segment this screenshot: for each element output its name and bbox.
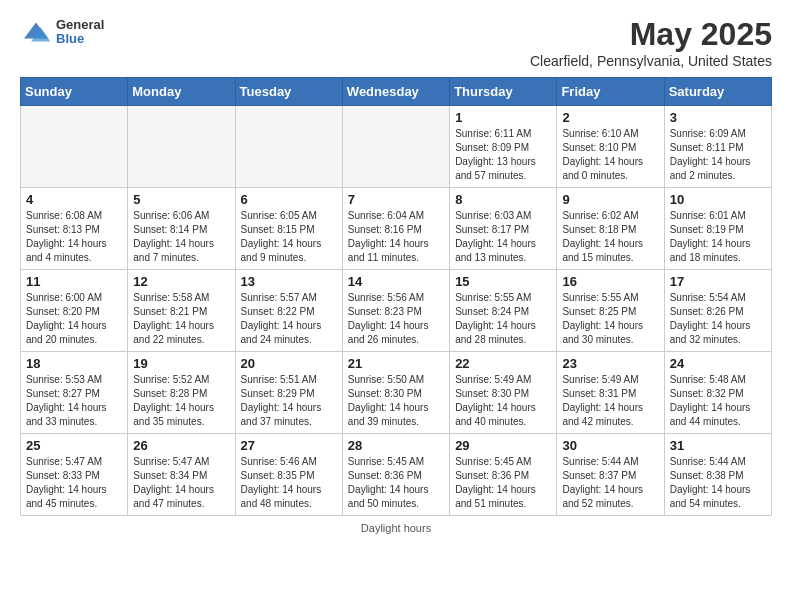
day-number: 11	[26, 274, 122, 289]
calendar-cell: 11Sunrise: 6:00 AMSunset: 8:20 PMDayligh…	[21, 270, 128, 352]
calendar-cell: 23Sunrise: 5:49 AMSunset: 8:31 PMDayligh…	[557, 352, 664, 434]
calendar-cell: 13Sunrise: 5:57 AMSunset: 8:22 PMDayligh…	[235, 270, 342, 352]
day-info: Sunrise: 5:45 AMSunset: 8:36 PMDaylight:…	[455, 455, 551, 511]
calendar-cell: 4Sunrise: 6:08 AMSunset: 8:13 PMDaylight…	[21, 188, 128, 270]
week-row-4: 25Sunrise: 5:47 AMSunset: 8:33 PMDayligh…	[21, 434, 772, 516]
day-number: 5	[133, 192, 229, 207]
day-number: 1	[455, 110, 551, 125]
calendar-cell: 22Sunrise: 5:49 AMSunset: 8:30 PMDayligh…	[450, 352, 557, 434]
weekday-saturday: Saturday	[664, 78, 771, 106]
logo: General Blue	[20, 16, 104, 48]
day-info: Sunrise: 6:10 AMSunset: 8:10 PMDaylight:…	[562, 127, 658, 183]
day-info: Sunrise: 5:56 AMSunset: 8:23 PMDaylight:…	[348, 291, 444, 347]
logo-blue: Blue	[56, 32, 104, 46]
calendar-cell: 1Sunrise: 6:11 AMSunset: 8:09 PMDaylight…	[450, 106, 557, 188]
day-info: Sunrise: 5:47 AMSunset: 8:34 PMDaylight:…	[133, 455, 229, 511]
day-number: 8	[455, 192, 551, 207]
day-number: 17	[670, 274, 766, 289]
day-info: Sunrise: 5:55 AMSunset: 8:24 PMDaylight:…	[455, 291, 551, 347]
day-info: Sunrise: 5:48 AMSunset: 8:32 PMDaylight:…	[670, 373, 766, 429]
calendar-wrapper: SundayMondayTuesdayWednesdayThursdayFrid…	[0, 77, 792, 516]
calendar-cell: 5Sunrise: 6:06 AMSunset: 8:14 PMDaylight…	[128, 188, 235, 270]
day-number: 18	[26, 356, 122, 371]
day-info: Sunrise: 6:02 AMSunset: 8:18 PMDaylight:…	[562, 209, 658, 265]
day-number: 10	[670, 192, 766, 207]
title-block: May 2025 Clearfield, Pennsylvania, Unite…	[530, 16, 772, 69]
day-number: 13	[241, 274, 337, 289]
weekday-header-row: SundayMondayTuesdayWednesdayThursdayFrid…	[21, 78, 772, 106]
day-info: Sunrise: 5:50 AMSunset: 8:30 PMDaylight:…	[348, 373, 444, 429]
calendar-cell: 28Sunrise: 5:45 AMSunset: 8:36 PMDayligh…	[342, 434, 449, 516]
day-info: Sunrise: 5:44 AMSunset: 8:37 PMDaylight:…	[562, 455, 658, 511]
day-number: 7	[348, 192, 444, 207]
day-info: Sunrise: 5:46 AMSunset: 8:35 PMDaylight:…	[241, 455, 337, 511]
footer: Daylight hours	[0, 516, 792, 538]
calendar-cell: 6Sunrise: 6:05 AMSunset: 8:15 PMDaylight…	[235, 188, 342, 270]
calendar-cell	[21, 106, 128, 188]
day-number: 31	[670, 438, 766, 453]
day-info: Sunrise: 5:45 AMSunset: 8:36 PMDaylight:…	[348, 455, 444, 511]
day-number: 21	[348, 356, 444, 371]
day-info: Sunrise: 5:58 AMSunset: 8:21 PMDaylight:…	[133, 291, 229, 347]
day-info: Sunrise: 5:53 AMSunset: 8:27 PMDaylight:…	[26, 373, 122, 429]
calendar-cell: 26Sunrise: 5:47 AMSunset: 8:34 PMDayligh…	[128, 434, 235, 516]
day-info: Sunrise: 5:57 AMSunset: 8:22 PMDaylight:…	[241, 291, 337, 347]
calendar-cell: 31Sunrise: 5:44 AMSunset: 8:38 PMDayligh…	[664, 434, 771, 516]
day-info: Sunrise: 6:06 AMSunset: 8:14 PMDaylight:…	[133, 209, 229, 265]
calendar-cell: 8Sunrise: 6:03 AMSunset: 8:17 PMDaylight…	[450, 188, 557, 270]
week-row-3: 18Sunrise: 5:53 AMSunset: 8:27 PMDayligh…	[21, 352, 772, 434]
calendar-cell: 20Sunrise: 5:51 AMSunset: 8:29 PMDayligh…	[235, 352, 342, 434]
weekday-thursday: Thursday	[450, 78, 557, 106]
day-number: 29	[455, 438, 551, 453]
day-number: 30	[562, 438, 658, 453]
day-number: 20	[241, 356, 337, 371]
week-row-2: 11Sunrise: 6:00 AMSunset: 8:20 PMDayligh…	[21, 270, 772, 352]
day-number: 25	[26, 438, 122, 453]
day-info: Sunrise: 5:44 AMSunset: 8:38 PMDaylight:…	[670, 455, 766, 511]
calendar-cell	[342, 106, 449, 188]
weekday-tuesday: Tuesday	[235, 78, 342, 106]
calendar-cell: 15Sunrise: 5:55 AMSunset: 8:24 PMDayligh…	[450, 270, 557, 352]
day-info: Sunrise: 6:08 AMSunset: 8:13 PMDaylight:…	[26, 209, 122, 265]
day-info: Sunrise: 6:03 AMSunset: 8:17 PMDaylight:…	[455, 209, 551, 265]
calendar-cell: 7Sunrise: 6:04 AMSunset: 8:16 PMDaylight…	[342, 188, 449, 270]
calendar-cell: 30Sunrise: 5:44 AMSunset: 8:37 PMDayligh…	[557, 434, 664, 516]
day-number: 23	[562, 356, 658, 371]
calendar-cell	[128, 106, 235, 188]
location: Clearfield, Pennsylvania, United States	[530, 53, 772, 69]
calendar-cell	[235, 106, 342, 188]
day-info: Sunrise: 5:55 AMSunset: 8:25 PMDaylight:…	[562, 291, 658, 347]
logo-general: General	[56, 18, 104, 32]
day-number: 14	[348, 274, 444, 289]
calendar-cell: 19Sunrise: 5:52 AMSunset: 8:28 PMDayligh…	[128, 352, 235, 434]
day-number: 22	[455, 356, 551, 371]
day-info: Sunrise: 6:05 AMSunset: 8:15 PMDaylight:…	[241, 209, 337, 265]
day-number: 28	[348, 438, 444, 453]
calendar-cell: 27Sunrise: 5:46 AMSunset: 8:35 PMDayligh…	[235, 434, 342, 516]
day-info: Sunrise: 6:00 AMSunset: 8:20 PMDaylight:…	[26, 291, 122, 347]
calendar-table: SundayMondayTuesdayWednesdayThursdayFrid…	[20, 77, 772, 516]
day-number: 16	[562, 274, 658, 289]
calendar-cell: 12Sunrise: 5:58 AMSunset: 8:21 PMDayligh…	[128, 270, 235, 352]
weekday-wednesday: Wednesday	[342, 78, 449, 106]
day-info: Sunrise: 6:09 AMSunset: 8:11 PMDaylight:…	[670, 127, 766, 183]
day-number: 9	[562, 192, 658, 207]
weekday-monday: Monday	[128, 78, 235, 106]
day-number: 4	[26, 192, 122, 207]
day-info: Sunrise: 5:49 AMSunset: 8:31 PMDaylight:…	[562, 373, 658, 429]
day-number: 12	[133, 274, 229, 289]
week-row-0: 1Sunrise: 6:11 AMSunset: 8:09 PMDaylight…	[21, 106, 772, 188]
logo-text: General Blue	[56, 18, 104, 47]
day-number: 3	[670, 110, 766, 125]
day-number: 26	[133, 438, 229, 453]
logo-icon	[20, 16, 52, 48]
weekday-friday: Friday	[557, 78, 664, 106]
day-info: Sunrise: 5:54 AMSunset: 8:26 PMDaylight:…	[670, 291, 766, 347]
header: General Blue May 2025 Clearfield, Pennsy…	[0, 0, 792, 77]
calendar-cell: 9Sunrise: 6:02 AMSunset: 8:18 PMDaylight…	[557, 188, 664, 270]
day-info: Sunrise: 6:01 AMSunset: 8:19 PMDaylight:…	[670, 209, 766, 265]
day-number: 2	[562, 110, 658, 125]
day-number: 15	[455, 274, 551, 289]
day-info: Sunrise: 5:51 AMSunset: 8:29 PMDaylight:…	[241, 373, 337, 429]
calendar-cell: 18Sunrise: 5:53 AMSunset: 8:27 PMDayligh…	[21, 352, 128, 434]
